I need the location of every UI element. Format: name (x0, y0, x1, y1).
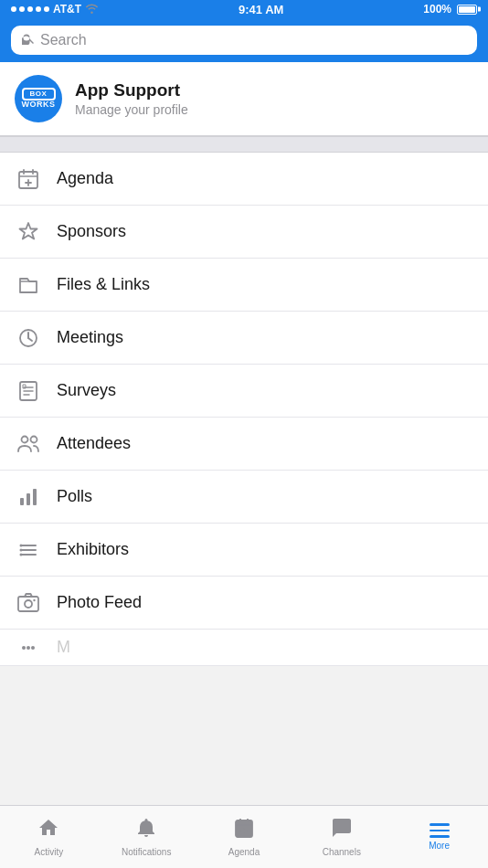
tab-agenda[interactable]: Agenda (196, 806, 293, 868)
svg-rect-18 (33, 489, 37, 505)
polls-label: Polls (57, 487, 92, 506)
logo-works-text: WORKS (22, 101, 56, 110)
activity-tab-label: Activity (35, 847, 64, 857)
tab-bar: Activity Notifications Agenda (0, 805, 488, 868)
svg-point-22 (20, 544, 23, 546)
battery-area: 100% (423, 3, 477, 16)
status-bar: AT&T 9:41 AM 100% (0, 0, 488, 18)
svg-rect-16 (20, 498, 24, 505)
menu-item-photo-feed[interactable]: Photo Feed (0, 577, 488, 630)
photo-feed-label: Photo Feed (57, 593, 142, 612)
wifi-icon (85, 3, 99, 16)
logo-box-text: BOX (22, 88, 56, 101)
files-links-icon (15, 273, 42, 297)
menu-list: Agenda Sponsors Files & Links (0, 153, 488, 666)
partial-label: M (57, 638, 70, 657)
battery-percent: 100% (423, 3, 451, 16)
status-left: AT&T (11, 3, 99, 16)
agenda-icon (15, 167, 42, 191)
notifications-tab-icon (136, 817, 156, 844)
menu-item-sponsors[interactable]: Sponsors (0, 206, 488, 259)
avatar: BOX WORKS (15, 75, 62, 122)
svg-point-29 (27, 646, 30, 650)
surveys-icon (15, 379, 42, 403)
channels-tab-label: Channels (323, 847, 361, 857)
signal-dots (11, 6, 49, 12)
svg-point-14 (22, 436, 28, 442)
agenda-tab-label: Agenda (228, 847, 260, 857)
menu-item-files-links[interactable]: Files & Links (0, 259, 488, 312)
tab-notifications[interactable]: Notifications (98, 806, 196, 868)
svg-rect-17 (27, 493, 30, 505)
svg-point-15 (31, 436, 37, 442)
photo-feed-icon (15, 591, 42, 615)
svg-point-26 (25, 600, 32, 608)
notifications-tab-label: Notifications (122, 847, 171, 857)
svg-marker-6 (20, 223, 37, 239)
menu-item-exhibitors[interactable]: Exhibitors (0, 524, 488, 577)
svg-point-27 (33, 598, 35, 600)
time-display: 9:41 AM (239, 3, 283, 16)
menu-item-attendees[interactable]: Attendees (0, 418, 488, 471)
agenda-label: Agenda (57, 169, 113, 188)
svg-point-24 (20, 553, 23, 556)
svg-point-30 (31, 646, 35, 650)
surveys-label: Surveys (57, 381, 116, 400)
profile-info: App Support Manage your profile (75, 80, 473, 117)
svg-point-23 (20, 548, 23, 551)
menu-item-agenda[interactable]: Agenda (0, 153, 488, 206)
menu-item-meetings[interactable]: Meetings (0, 312, 488, 365)
attendees-label: Attendees (57, 434, 131, 453)
tab-more[interactable]: More (390, 806, 488, 868)
files-links-label: Files & Links (57, 275, 150, 294)
menu-item-polls[interactable]: Polls (0, 471, 488, 524)
svg-point-28 (22, 646, 26, 650)
polls-icon (15, 485, 42, 509)
battery-icon (457, 5, 477, 15)
attendees-icon (15, 432, 42, 456)
profile-name: App Support (75, 80, 473, 101)
tab-channels[interactable]: Channels (292, 806, 390, 868)
agenda-tab-icon (234, 817, 254, 844)
channels-tab-icon (331, 817, 353, 844)
svg-line-9 (28, 338, 32, 341)
section-divider (0, 136, 488, 153)
more-tab-icon (430, 823, 450, 838)
tab-activity[interactable]: Activity (0, 806, 98, 868)
menu-item-partial[interactable]: M (0, 630, 488, 666)
profile-subtitle: Manage your profile (75, 102, 473, 117)
partial-icon (15, 636, 42, 660)
exhibitors-icon (15, 538, 42, 562)
search-bar[interactable]: Search (11, 26, 477, 55)
exhibitors-label: Exhibitors (57, 540, 129, 559)
main-content: Search BOX WORKS App Support Manage your… (0, 18, 488, 805)
search-placeholder: Search (40, 32, 87, 48)
meetings-label: Meetings (57, 328, 123, 347)
menu-item-surveys[interactable]: Surveys (0, 365, 488, 418)
svg-rect-25 (18, 597, 38, 611)
activity-tab-icon (37, 817, 59, 844)
profile-header[interactable]: BOX WORKS App Support Manage your profil… (0, 62, 488, 136)
carrier-label: AT&T (53, 3, 81, 16)
sponsors-label: Sponsors (57, 222, 126, 241)
sponsors-icon (15, 220, 42, 244)
more-tab-label: More (429, 841, 450, 851)
search-icon (22, 32, 35, 48)
meetings-icon (15, 326, 42, 350)
search-bar-wrapper: Search (0, 18, 488, 62)
